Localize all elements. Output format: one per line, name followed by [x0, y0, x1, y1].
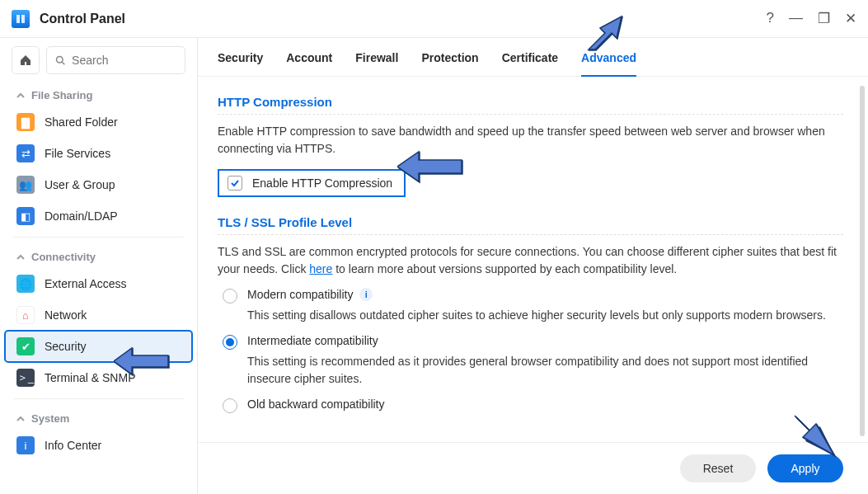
svg-rect-0 — [16, 15, 20, 23]
footer: Reset Apply — [198, 442, 868, 494]
svg-point-2 — [57, 56, 63, 63]
reset-button[interactable]: Reset — [680, 454, 756, 482]
radio-intermediate-compatibility[interactable]: Intermediate compatibility — [223, 334, 843, 350]
svg-rect-1 — [21, 15, 25, 23]
group-label: System — [31, 412, 69, 425]
chevron-up-icon — [16, 253, 25, 261]
tab-account[interactable]: Account — [286, 51, 332, 76]
sidebar-item-label: External Access — [45, 277, 127, 290]
intermediate-desc: This setting is recommended as it provid… — [247, 353, 843, 388]
sidebar-item-label: Shared Folder — [45, 115, 118, 129]
radio-old-compatibility[interactable]: Old backward compatibility — [223, 398, 843, 413]
sidebar-item-external-access[interactable]: 🌐External Access — [5, 268, 192, 299]
sidebar-item-label: User & Group — [45, 178, 115, 191]
sidebar-item-info-center[interactable]: iInfo Center — [5, 430, 192, 461]
sidebar-item-label: Network — [45, 308, 87, 322]
sidebar-item-label: Info Center — [45, 439, 101, 452]
sidebar: File Sharing ▇Shared Folder ⇄File Servic… — [0, 38, 198, 494]
apply-button[interactable]: Apply — [767, 454, 843, 482]
tls-here-link[interactable]: here — [309, 262, 332, 275]
enable-http-compression-checkbox[interactable]: Enable HTTP Compression — [218, 169, 406, 197]
tab-bar: Security Account Firewall Protection Cer… — [198, 38, 868, 77]
radio-label: Intermediate compatibility — [247, 334, 378, 347]
tab-certificate[interactable]: Certificate — [502, 51, 558, 76]
section-tls-ssl: TLS / SSL Profile Level — [218, 215, 843, 235]
shield-icon: ✔ — [16, 337, 35, 355]
sidebar-item-shared-folder[interactable]: ▇Shared Folder — [5, 106, 192, 138]
minimize-icon[interactable]: — — [789, 10, 803, 27]
file-services-icon: ⇄ — [16, 144, 35, 162]
sidebar-item-label: Domain/LDAP — [45, 209, 118, 223]
terminal-icon: ＞_ — [16, 369, 35, 387]
globe-icon: 🌐 — [16, 275, 35, 293]
domain-icon: ◧ — [16, 207, 35, 225]
home-icon — [19, 54, 32, 67]
http-compression-desc: Enable HTTP compression to save bandwidt… — [218, 123, 843, 158]
info-icon: i — [16, 436, 35, 454]
tab-advanced[interactable]: Advanced — [581, 51, 636, 76]
radio-modern-compatibility[interactable]: Modern compatibilityi — [223, 288, 843, 303]
group-label: Connectivity — [31, 251, 96, 263]
folder-icon: ▇ — [16, 113, 35, 131]
scrollbar[interactable] — [860, 86, 865, 436]
titlebar: Control Panel ? — ❐ ✕ — [0, 0, 868, 38]
tab-firewall[interactable]: Firewall — [355, 51, 398, 76]
maximize-icon[interactable]: ❐ — [818, 10, 830, 27]
group-file-sharing[interactable]: File Sharing — [5, 81, 192, 106]
tls-desc: TLS and SSL are common encrypted protoco… — [218, 243, 843, 278]
search-input[interactable] — [46, 46, 185, 74]
sidebar-item-label: Terminal & SNMP — [45, 371, 135, 384]
radio-icon — [223, 335, 237, 350]
tab-security[interactable]: Security — [218, 51, 263, 76]
tab-protection[interactable]: Protection — [421, 51, 478, 76]
help-icon[interactable]: ? — [767, 10, 774, 27]
home-button[interactable] — [12, 46, 40, 74]
group-system[interactable]: System — [5, 404, 192, 430]
group-connectivity[interactable]: Connectivity — [5, 242, 192, 268]
section-http-compression: HTTP Compression — [218, 95, 843, 115]
window-title: Control Panel — [40, 12, 125, 26]
checkbox-label: Enable HTTP Compression — [252, 176, 392, 190]
sidebar-item-label: Security — [45, 340, 87, 353]
sidebar-item-label: File Services — [45, 147, 110, 160]
close-icon[interactable]: ✕ — [845, 10, 856, 27]
window-controls: ? — ❐ ✕ — [767, 10, 856, 27]
sidebar-item-terminal-snmp[interactable]: ＞_Terminal & SNMP — [5, 362, 192, 393]
chevron-up-icon — [16, 92, 25, 100]
svg-line-3 — [62, 62, 64, 64]
app-icon — [12, 10, 30, 28]
radio-label: Old backward compatibility — [247, 398, 385, 411]
sidebar-item-network[interactable]: ⌂Network — [5, 299, 192, 331]
tls-desc-post: to learn more about versions supported b… — [332, 262, 677, 275]
radio-icon — [223, 289, 237, 303]
sidebar-item-domain-ldap[interactable]: ◧Domain/LDAP — [5, 200, 192, 232]
info-badge-icon[interactable]: i — [359, 288, 373, 301]
sidebar-item-file-services[interactable]: ⇄File Services — [5, 138, 192, 169]
sidebar-item-user-group[interactable]: 👥User & Group — [5, 169, 192, 200]
modern-desc: This setting disallows outdated cipher s… — [247, 307, 843, 324]
search-icon — [55, 54, 65, 66]
checkbox-icon — [228, 176, 242, 191]
search-field[interactable] — [72, 54, 176, 67]
main-panel: Security Account Firewall Protection Cer… — [198, 38, 868, 494]
radio-icon — [223, 398, 237, 413]
network-icon: ⌂ — [16, 306, 35, 324]
group-label: File Sharing — [31, 89, 92, 101]
radio-label: Modern compatibility — [247, 288, 353, 301]
sidebar-item-security[interactable]: ✔Security — [5, 331, 192, 362]
content-area: HTTP Compression Enable HTTP compression… — [198, 77, 868, 442]
user-group-icon: 👥 — [16, 176, 35, 194]
chevron-up-icon — [16, 415, 25, 423]
